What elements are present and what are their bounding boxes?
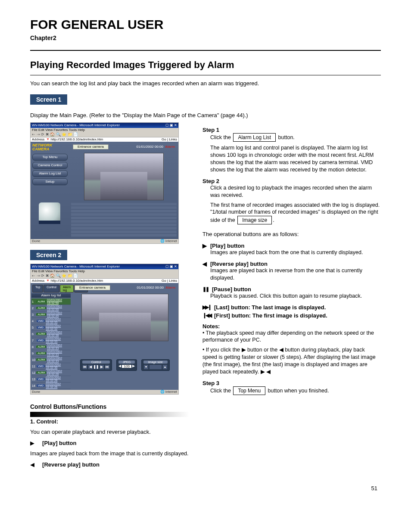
alarm-log-list-button[interactable]: Alarm Log List [32,170,68,177]
top-menu-button[interactable]: Top Menu [32,154,68,161]
log-row[interactable]: 6ALRM03/03/2002 18:32:38 [31,331,71,337]
left-rplay-label: [Reverse play] button [42,461,100,468]
thin-divider [30,75,381,75]
next-frame-icon[interactable]: ▶ [132,364,135,368]
ss2-statusbar: Done 🌐 Internet [31,390,178,394]
ss1-statusbar: Done 🌐 Internet [31,239,178,243]
last-icon[interactable]: ⏭ [105,364,110,370]
tab-bar: Top Control Alarm log Setup [31,284,71,293]
rplay-icon: ◀ [279,347,283,353]
control-label: Control [82,361,110,364]
log-row[interactable]: 13VMD03/03/2002 18:32:28 [31,376,71,383]
controls-intro: The operational buttons are as follows: [202,230,381,238]
log-row[interactable]: 3ALRM03/03/2002 18:32:49 [31,311,71,318]
alarm-log-sidebar: Top Control Alarm log Setup Alarm log li… [31,283,72,390]
size-down-icon[interactable]: ▾ [143,364,149,370]
notes-block: Notes: • The playback speed may differ d… [202,323,381,376]
play-icon: ▶ [261,369,265,375]
play-button-text: Images are played back from the one that… [210,249,381,256]
ss1-addressbar: Address 🔻 http://192.168.0.10/adm/index.… [31,137,178,142]
rplay-button-label: [Reverse play] button [210,261,268,267]
setup-button[interactable]: Setup [32,178,68,185]
camera-label: Entrance camera [73,144,109,149]
tab-top[interactable]: Top [32,285,43,292]
note-2: • If you click the ▶ button or the ◀ but… [202,346,381,376]
top-menu-ref-button: Top Menu [233,386,265,395]
prev-frame-icon[interactable]: ◀ [118,364,121,368]
size-display [149,364,162,370]
ss2-main: Entrance camera 01/01/2002 00:00 Alarm C… [72,283,178,390]
log-rows-container: 1ALRM03/03/2002 18:32:502ALRM03/03/2002 … [31,299,71,389]
status-done: Done [32,240,40,243]
tab-control[interactable]: Control [44,285,59,292]
pause-button-text: Playback is paused. Click this button ag… [210,292,381,300]
gradient-bar [30,412,190,417]
step2-block: Step 2 Click a desired log to playback t… [202,178,381,225]
camera-date: 01/01/2002 00:00 [137,145,163,149]
first-icon: ❙◀◀ [202,312,211,318]
imagesize-label: Image size [143,361,168,364]
step1-text: Click the Alarm Log List button. [210,133,381,142]
log-row[interactable]: 8ALRM03/03/2002 18:32:33 [31,344,71,350]
chapter-label: Chapter2 [30,34,381,41]
rplay-icon: ◀ [30,461,34,468]
jpeg-label: JPEG [118,361,135,364]
addr-url: http://192.168.0.10/adm/index.htm [51,137,103,141]
status-net: Internet [165,239,177,243]
play-icon[interactable]: ▶ [99,364,104,370]
screenshot-2: WV-NM100 Network Camera - Microsoft Inte… [30,264,179,395]
rplay-button-doc: ◀ [Reverse play] button Images are playe… [202,261,381,282]
step3-block: Step 3 Click the Top Menu button when yo… [202,380,381,395]
pause-button-label: [Pause] button [212,286,251,292]
log-row[interactable]: 7VMD03/03/2002 18:32:33 [31,337,71,344]
log-row[interactable]: 4VMD03/03/2002 18:32:33 [31,318,71,324]
spacer [73,344,177,357]
log-row[interactable]: 12ALRM03/03/2002 18:32:28 [31,370,71,376]
ss1-window-title: WV-NM100 Network Camera - Microsoft Inte… [32,124,120,127]
control-group: Control ⏮ ◀ ❚❚ ▶ ⏭ [80,359,112,371]
log-row[interactable]: 5VMD03/03/2002 18:32:32 [31,324,71,331]
video-preview [84,153,164,200]
log-row[interactable]: 1ALRM03/03/2002 18:32:50 [31,299,71,305]
image-size-ref-button: Image size [237,216,272,224]
addr-label: Address [32,137,44,141]
controls-heading: Control Buttons/Functions [30,403,190,410]
camera-logo: NETWORK CAMERA [32,143,68,151]
pause-icon[interactable]: ❚❚ [93,364,99,370]
last-button-doc: ▶▶❙ [Last] button: The last image is dis… [202,304,381,311]
left-play-item: ▶ [Play] button [30,439,190,447]
log-list-title: Alarm log list [31,293,71,298]
pause-icon: ❚❚ [202,286,209,292]
play-icon: ▶ [242,347,246,353]
step2-desc: The first frame of recorded images assoc… [210,202,381,225]
rplay-button-text: Images are played back in reverse from t… [210,267,381,282]
ss1-main: Entrance camera 01/01/2002 00:00 Alarm [69,142,178,239]
first-icon[interactable]: ⏮ [82,364,87,370]
section-heading: Playing Recorded Images Triggered by Ala… [30,59,381,71]
log-row[interactable]: 10ALRM03/03/2002 18:32:33 [31,357,71,363]
rplay-icon[interactable]: ◀ [88,364,93,370]
jpeg-group: JPEG ◀ 1/20 ▶ [116,359,137,371]
links-label: Links [169,137,177,141]
alarm-log-list-ref-button: Alarm Log List [233,133,276,142]
log-row[interactable]: 9ALRM03/03/2002 18:32:33 [31,350,71,357]
alarm-indicator: Alarm [165,145,175,149]
first-button-doc: ❙◀◀ [First] button: The first image is d… [202,312,381,319]
camera-date: 01/01/2002 00:00 [137,286,164,289]
imagesize-group: Image size ▾ ▴ [141,359,170,371]
size-up-icon[interactable]: ▴ [162,364,168,370]
first-button-label: [First] button: The first image is displ… [214,312,327,319]
camera-control-button[interactable]: Camera Control [32,162,68,169]
log-row[interactable]: 2ALRM03/03/2002 18:32:50 [31,305,71,311]
screen2-label: Screen 2 [30,250,67,260]
rplay-icon: ◀ [266,369,271,375]
left-play-text: Images are played back from the image th… [30,450,190,457]
step1-desc: The alarm log list and control panel is … [210,144,381,174]
log-row[interactable]: 11VMD03/03/2002 18:32:30 [31,363,71,370]
log-row[interactable]: 14VMD03/03/2002 18:32:26 [31,383,71,389]
step1-block: Step 1 Click the Alarm Log List button. … [202,127,381,174]
video-preview [81,294,168,341]
page-number: 51 [30,485,381,492]
ss2-menubar: File Edit View Favorites Tools Help [31,269,178,274]
screen1-label: Screen 1 [30,94,67,105]
